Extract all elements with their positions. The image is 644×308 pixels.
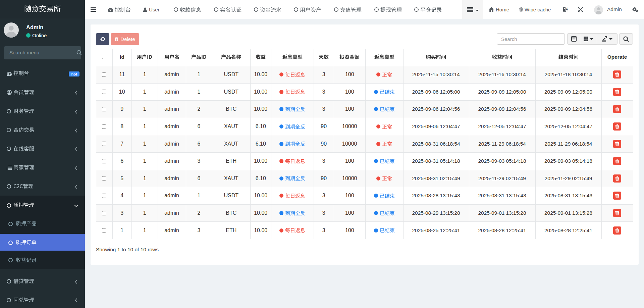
svg-text:A: A xyxy=(566,7,568,11)
